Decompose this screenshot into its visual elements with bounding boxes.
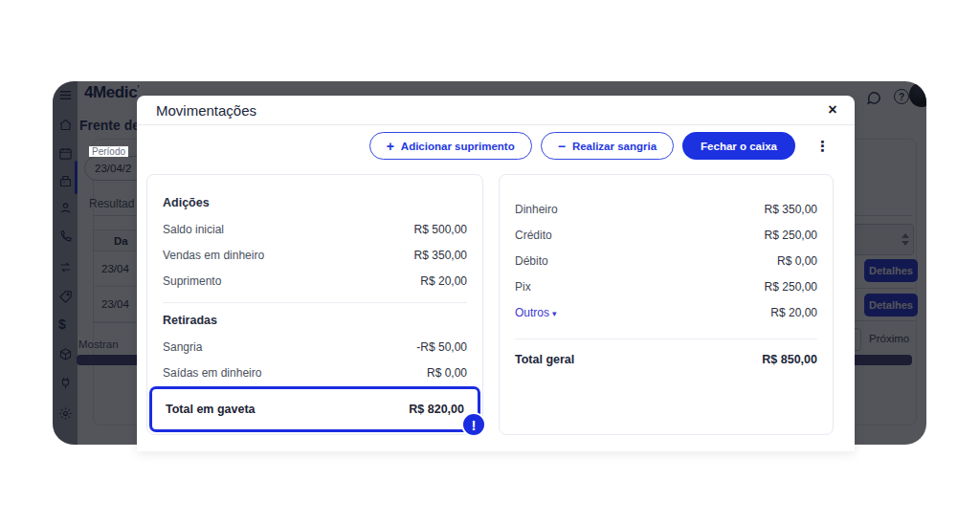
plus-icon: +: [387, 140, 394, 153]
payment-row: Crédito R$ 250,00: [515, 222, 817, 248]
drawer-summary-card: Adições Saldo inicial R$ 500,00 Vendas e…: [146, 174, 483, 435]
section-divider: [163, 302, 467, 303]
row-value: -R$ 50,00: [416, 340, 467, 354]
row-value: R$ 0,00: [427, 366, 467, 380]
row-value: R$ 350,00: [765, 203, 817, 216]
close-icon[interactable]: ×: [822, 99, 843, 120]
total-geral-label: Total geral: [515, 353, 574, 366]
total-geral-value: R$ 850,00: [762, 353, 817, 366]
row-label: Vendas em dinheiro: [163, 249, 264, 262]
total-gaveta-label: Total em gaveta: [166, 403, 256, 416]
payment-row: Pix R$ 250,00: [515, 273, 817, 299]
summary-row: Saldo inicial R$ 500,00: [163, 216, 467, 242]
row-label: Saldo inicial: [163, 223, 224, 236]
summary-row: Sangria -R$ 50,00: [163, 334, 467, 360]
alert-icon: !: [461, 412, 486, 437]
row-value: R$ 250,00: [765, 280, 817, 294]
total-em-gaveta-highlight: Total em gaveta R$ 820,00 !: [149, 386, 480, 432]
row-label: Débito: [515, 254, 548, 268]
row-value: R$ 0,00: [777, 254, 817, 268]
row-value: R$ 20,00: [770, 306, 817, 319]
adicionar-suprimento-button[interactable]: + Adicionar suprimento: [369, 132, 532, 160]
row-value: R$ 250,00: [765, 229, 817, 242]
minus-icon: −: [558, 140, 566, 153]
page: $ 4Medic’ ? Frente de Período 23/04/2 Re…: [0, 0, 980, 524]
period-label: Período: [89, 146, 128, 157]
row-label: Dinheiro: [515, 203, 558, 216]
summary-row: Vendas em dinheiro R$ 350,00: [163, 242, 467, 268]
row-label: Pix: [515, 280, 531, 294]
modal-actions: + Adicionar suprimento − Realizar sangri…: [369, 132, 834, 160]
row-label: Saídas em dinheiro: [163, 366, 261, 380]
movimentacoes-modal: Movimentações × + Adicionar suprimento −…: [137, 96, 855, 451]
total-gaveta-value: R$ 820,00: [409, 403, 464, 416]
realizar-sangria-button[interactable]: − Realizar sangria: [541, 132, 674, 160]
summary-row: Suprimento R$ 20,00: [163, 268, 467, 294]
outros-dropdown[interactable]: Outros▾: [515, 306, 557, 319]
payment-row: Outros▾ R$ 20,00: [515, 299, 817, 325]
total-divider: [515, 338, 817, 339]
modal-title: Movimentações: [156, 102, 256, 119]
payment-row: Dinheiro R$ 350,00: [515, 196, 817, 222]
row-value: R$ 350,00: [414, 249, 467, 262]
outros-label: Outros: [515, 306, 549, 319]
payment-row: Débito R$ 0,00: [515, 248, 817, 273]
row-value: R$ 20,00: [420, 274, 467, 288]
realizar-sangria-label: Realizar sangria: [572, 141, 657, 152]
payments-summary-card: Dinheiro R$ 350,00 Crédito R$ 250,00 Déb…: [499, 174, 834, 435]
row-label: Suprimento: [163, 274, 221, 288]
withdrawals-title: Retiradas: [163, 314, 467, 327]
kebab-menu-icon[interactable]: ⋮: [812, 137, 834, 155]
additions-title: Adições: [163, 196, 467, 209]
row-label: Crédito: [515, 229, 552, 242]
row-label: Sangria: [163, 340, 202, 354]
modal-header: Movimentações ×: [137, 96, 855, 125]
total-geral-row: Total geral R$ 850,00: [515, 346, 817, 372]
summary-row: Saídas em dinheiro R$ 0,00: [163, 360, 467, 385]
chevron-down-icon: ▾: [552, 309, 557, 318]
fechar-caixa-button[interactable]: Fechar o caixa: [682, 132, 795, 160]
row-value: R$ 500,00: [414, 223, 467, 236]
adicionar-suprimento-label: Adicionar suprimento: [401, 141, 515, 152]
